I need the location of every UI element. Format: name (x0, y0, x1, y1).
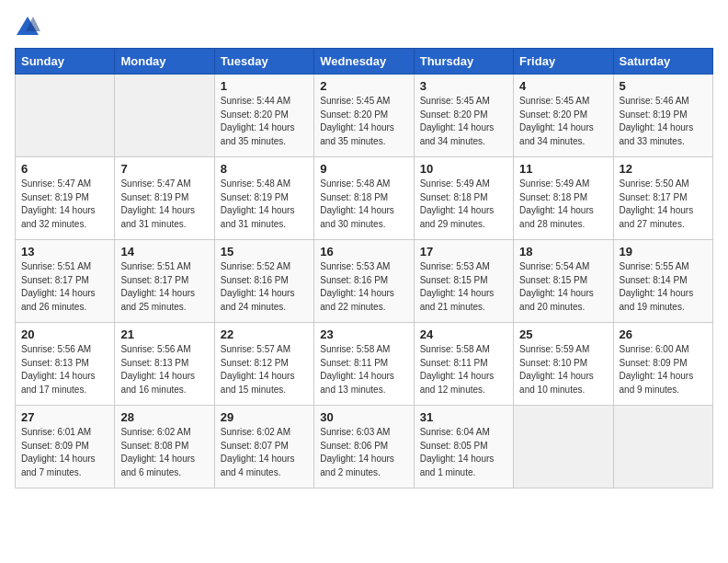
day-detail: Sunrise: 5:46 AM Sunset: 8:19 PM Dayligh… (620, 95, 707, 148)
calendar-day-cell: 8Sunrise: 5:48 AM Sunset: 8:19 PM Daylig… (214, 157, 313, 240)
day-detail: Sunrise: 5:58 AM Sunset: 8:11 PM Dayligh… (320, 343, 407, 396)
calendar-day-cell: 6Sunrise: 5:47 AM Sunset: 8:19 PM Daylig… (16, 157, 115, 240)
calendar-day-cell: 20Sunrise: 5:56 AM Sunset: 8:13 PM Dayli… (16, 323, 115, 406)
calendar-day-cell: 24Sunrise: 5:58 AM Sunset: 8:11 PM Dayli… (414, 323, 513, 406)
day-number: 21 (120, 327, 208, 341)
calendar-day-cell: 13Sunrise: 5:51 AM Sunset: 8:17 PM Dayli… (16, 240, 115, 323)
day-detail: Sunrise: 5:51 AM Sunset: 8:17 PM Dayligh… (120, 260, 208, 314)
calendar-day-cell: 21Sunrise: 5:56 AM Sunset: 8:13 PM Dayli… (115, 323, 214, 406)
day-detail: Sunrise: 5:54 AM Sunset: 8:15 PM Dayligh… (519, 260, 607, 314)
calendar-header-row: SundayMondayTuesdayWednesdayThursdayFrid… (16, 49, 713, 75)
day-number: 11 (519, 162, 607, 176)
day-number: 23 (320, 327, 407, 341)
day-detail: Sunrise: 5:47 AM Sunset: 8:19 PM Dayligh… (120, 178, 208, 231)
day-detail: Sunrise: 6:02 AM Sunset: 8:08 PM Dayligh… (120, 426, 208, 479)
calendar-week-row: 13Sunrise: 5:51 AM Sunset: 8:17 PM Dayli… (16, 240, 713, 323)
weekday-header: Wednesday (314, 49, 414, 75)
day-number: 10 (420, 162, 507, 176)
day-detail: Sunrise: 5:56 AM Sunset: 8:13 PM Dayligh… (21, 343, 108, 396)
calendar-day-cell: 29Sunrise: 6:02 AM Sunset: 8:07 PM Dayli… (214, 406, 313, 488)
page-header (15, 15, 713, 40)
calendar-day-cell: 16Sunrise: 5:53 AM Sunset: 8:16 PM Dayli… (314, 240, 414, 323)
calendar-day-cell: 22Sunrise: 5:57 AM Sunset: 8:12 PM Dayli… (214, 323, 313, 406)
day-detail: Sunrise: 5:57 AM Sunset: 8:12 PM Dayligh… (221, 343, 308, 396)
day-number: 17 (420, 245, 507, 259)
calendar-day-cell (115, 75, 214, 157)
calendar-day-cell: 4Sunrise: 5:45 AM Sunset: 8:20 PM Daylig… (514, 75, 613, 157)
day-detail: Sunrise: 5:48 AM Sunset: 8:19 PM Dayligh… (221, 178, 308, 231)
day-number: 18 (519, 245, 607, 259)
day-number: 16 (320, 245, 407, 259)
calendar-day-cell: 7Sunrise: 5:47 AM Sunset: 8:19 PM Daylig… (115, 157, 214, 240)
day-detail: Sunrise: 5:52 AM Sunset: 8:16 PM Dayligh… (221, 260, 308, 314)
day-number: 19 (620, 245, 707, 259)
calendar-week-row: 20Sunrise: 5:56 AM Sunset: 8:13 PM Dayli… (16, 323, 713, 406)
day-detail: Sunrise: 5:49 AM Sunset: 8:18 PM Dayligh… (519, 178, 607, 231)
calendar-day-cell: 12Sunrise: 5:50 AM Sunset: 8:17 PM Dayli… (613, 157, 712, 240)
day-number: 9 (320, 162, 407, 176)
day-number: 24 (420, 327, 507, 341)
calendar-table: SundayMondayTuesdayWednesdayThursdayFrid… (15, 48, 713, 488)
weekday-header: Tuesday (214, 49, 313, 75)
day-number: 4 (519, 79, 607, 93)
calendar-week-row: 27Sunrise: 6:01 AM Sunset: 8:09 PM Dayli… (16, 406, 713, 488)
day-detail: Sunrise: 5:48 AM Sunset: 8:18 PM Dayligh… (320, 178, 407, 231)
day-number: 8 (221, 162, 308, 176)
day-detail: Sunrise: 6:04 AM Sunset: 8:05 PM Dayligh… (420, 426, 507, 479)
day-detail: Sunrise: 5:47 AM Sunset: 8:19 PM Dayligh… (21, 178, 108, 231)
calendar-day-cell: 5Sunrise: 5:46 AM Sunset: 8:19 PM Daylig… (613, 75, 712, 157)
calendar-day-cell: 3Sunrise: 5:45 AM Sunset: 8:20 PM Daylig… (414, 75, 513, 157)
day-number: 14 (120, 245, 208, 259)
calendar-day-cell: 14Sunrise: 5:51 AM Sunset: 8:17 PM Dayli… (115, 240, 214, 323)
day-detail: Sunrise: 5:58 AM Sunset: 8:11 PM Dayligh… (420, 343, 507, 396)
day-number: 15 (221, 245, 308, 259)
calendar-day-cell: 31Sunrise: 6:04 AM Sunset: 8:05 PM Dayli… (414, 406, 513, 488)
calendar-week-row: 6Sunrise: 5:47 AM Sunset: 8:19 PM Daylig… (16, 157, 713, 240)
calendar-day-cell: 17Sunrise: 5:53 AM Sunset: 8:15 PM Dayli… (414, 240, 513, 323)
calendar-day-cell: 23Sunrise: 5:58 AM Sunset: 8:11 PM Dayli… (314, 323, 414, 406)
calendar-day-cell: 19Sunrise: 5:55 AM Sunset: 8:14 PM Dayli… (613, 240, 712, 323)
day-number: 30 (320, 410, 407, 424)
calendar-day-cell: 1Sunrise: 5:44 AM Sunset: 8:20 PM Daylig… (214, 75, 313, 157)
day-detail: Sunrise: 5:45 AM Sunset: 8:20 PM Dayligh… (320, 95, 407, 148)
day-number: 7 (120, 162, 208, 176)
weekday-header: Sunday (16, 49, 115, 75)
day-number: 25 (519, 327, 607, 341)
calendar-week-row: 1Sunrise: 5:44 AM Sunset: 8:20 PM Daylig… (16, 75, 713, 157)
day-number: 6 (21, 162, 108, 176)
calendar-day-cell: 9Sunrise: 5:48 AM Sunset: 8:18 PM Daylig… (314, 157, 414, 240)
weekday-header: Monday (115, 49, 214, 75)
calendar-day-cell (613, 406, 712, 488)
day-number: 5 (620, 79, 707, 93)
day-detail: Sunrise: 6:02 AM Sunset: 8:07 PM Dayligh… (221, 426, 308, 479)
calendar-day-cell: 26Sunrise: 6:00 AM Sunset: 8:09 PM Dayli… (613, 323, 712, 406)
day-number: 26 (620, 327, 707, 341)
logo (15, 15, 44, 40)
day-detail: Sunrise: 5:45 AM Sunset: 8:20 PM Dayligh… (519, 95, 607, 148)
day-number: 1 (221, 79, 308, 93)
day-number: 12 (620, 162, 707, 176)
calendar-day-cell: 30Sunrise: 6:03 AM Sunset: 8:06 PM Dayli… (314, 406, 414, 488)
day-detail: Sunrise: 5:51 AM Sunset: 8:17 PM Dayligh… (21, 260, 108, 314)
day-detail: Sunrise: 6:00 AM Sunset: 8:09 PM Dayligh… (620, 343, 707, 396)
calendar-day-cell: 27Sunrise: 6:01 AM Sunset: 8:09 PM Dayli… (16, 406, 115, 488)
day-number: 20 (21, 327, 108, 341)
day-number: 3 (420, 79, 507, 93)
day-number: 13 (21, 245, 108, 259)
day-detail: Sunrise: 5:44 AM Sunset: 8:20 PM Dayligh… (221, 95, 308, 148)
day-detail: Sunrise: 5:55 AM Sunset: 8:14 PM Dayligh… (620, 260, 707, 314)
calendar-day-cell (514, 406, 613, 488)
calendar-day-cell: 25Sunrise: 5:59 AM Sunset: 8:10 PM Dayli… (514, 323, 613, 406)
calendar-day-cell: 11Sunrise: 5:49 AM Sunset: 8:18 PM Dayli… (514, 157, 613, 240)
calendar-day-cell: 28Sunrise: 6:02 AM Sunset: 8:08 PM Dayli… (115, 406, 214, 488)
day-number: 31 (420, 410, 507, 424)
logo-icon (15, 15, 40, 40)
day-detail: Sunrise: 5:53 AM Sunset: 8:15 PM Dayligh… (420, 260, 507, 314)
calendar-day-cell: 2Sunrise: 5:45 AM Sunset: 8:20 PM Daylig… (314, 75, 414, 157)
day-number: 28 (120, 410, 208, 424)
day-detail: Sunrise: 6:03 AM Sunset: 8:06 PM Dayligh… (320, 426, 407, 479)
day-detail: Sunrise: 5:45 AM Sunset: 8:20 PM Dayligh… (420, 95, 507, 148)
day-detail: Sunrise: 5:49 AM Sunset: 8:18 PM Dayligh… (420, 178, 507, 231)
day-number: 2 (320, 79, 407, 93)
day-detail: Sunrise: 5:50 AM Sunset: 8:17 PM Dayligh… (620, 178, 707, 231)
